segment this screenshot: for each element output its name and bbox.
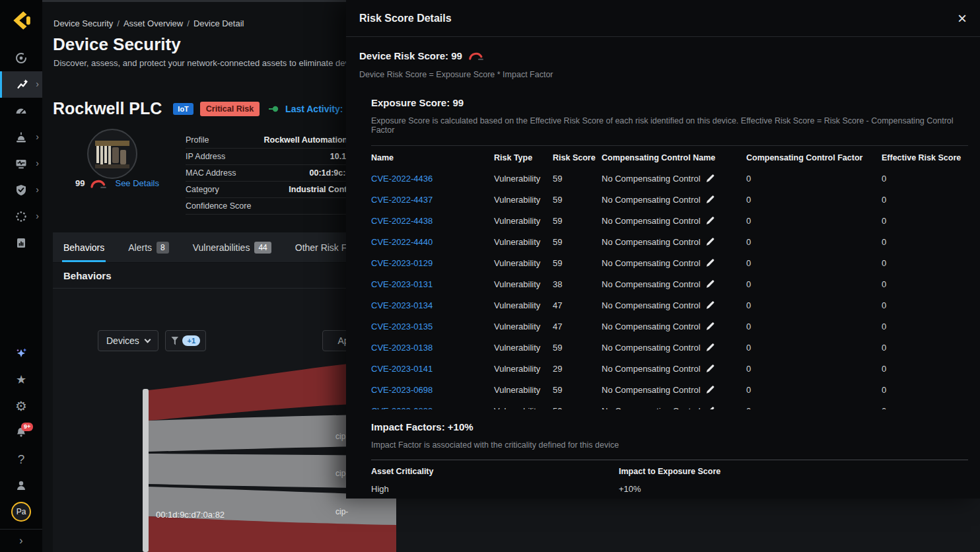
filter-button[interactable]: +1 xyxy=(165,330,206,351)
field-label: MAC Address xyxy=(186,168,236,178)
cve-link[interactable]: CVE-2022-4436 xyxy=(371,174,494,184)
sidebar-item-user[interactable] xyxy=(0,472,42,499)
control-name: No Compensating Control xyxy=(602,216,701,226)
breadcrumb-item[interactable]: Device Security xyxy=(53,18,113,28)
sidebar-item-radar[interactable] xyxy=(0,45,42,71)
cve-link[interactable]: CVE-2023-0134 xyxy=(371,300,494,310)
column-header: Compensating Control Name xyxy=(602,153,746,162)
column-header: Name xyxy=(371,153,494,162)
compensating-control-cell: No Compensating Control xyxy=(602,216,746,226)
sidebar-bottom: ★ ⚙ 9+ ? Pa › xyxy=(0,340,42,552)
devices-dropdown[interactable]: Devices xyxy=(98,330,158,351)
cve-link[interactable]: CVE-2022-4437 xyxy=(371,195,494,205)
sidebar-item-integrations[interactable]: › xyxy=(0,203,42,230)
sidebar-item-help[interactable]: ? xyxy=(0,446,42,472)
compensating-control-cell: No Compensating Control xyxy=(602,279,746,289)
sankey-node[interactable] xyxy=(143,389,149,552)
effective-score-cell: 0 xyxy=(882,195,968,205)
sidebar-nav: › › › › › xyxy=(0,45,42,256)
sidebar-item-compliance[interactable]: › xyxy=(0,177,42,203)
edit-icon[interactable] xyxy=(707,217,715,224)
sidebar-item-favorites[interactable]: ★ xyxy=(0,366,42,393)
edit-icon[interactable] xyxy=(707,259,715,267)
see-details-link[interactable]: See Details xyxy=(115,178,158,188)
cve-link[interactable]: CVE-2023-0833 xyxy=(371,406,494,410)
table-row: CVE-2023-0138 Vulnerability 59 No Compen… xyxy=(371,337,968,358)
compensating-control-cell: No Compensating Control xyxy=(602,237,746,247)
effective-score-cell: 0 xyxy=(882,406,968,410)
edit-icon[interactable] xyxy=(707,280,715,288)
device-security-icon xyxy=(16,78,29,91)
radar-icon xyxy=(15,52,28,65)
effective-score-cell: 0 xyxy=(882,279,968,289)
cve-link[interactable]: CVE-2023-0129 xyxy=(371,258,494,268)
cve-link[interactable]: CVE-2022-4440 xyxy=(371,237,494,247)
compensating-control-cell: No Compensating Control xyxy=(602,322,746,331)
behaviors-sankey-chart: cip cip- cip- 00:1d:9c:d7:0a:82 xyxy=(53,353,396,552)
gear-icon: ⚙ xyxy=(15,399,27,413)
edit-icon[interactable] xyxy=(707,343,715,351)
control-factor-cell: 0 xyxy=(746,385,882,395)
compensating-control-cell: No Compensating Control xyxy=(602,195,746,205)
control-factor-cell: 0 xyxy=(746,216,882,226)
cve-link[interactable]: CVE-2023-0698 xyxy=(371,385,494,395)
last-activity-link[interactable]: Last Activity: xyxy=(285,104,343,114)
person-icon xyxy=(15,479,28,492)
sidebar-item-settings[interactable]: ⚙ xyxy=(0,393,42,419)
control-factor-cell: 0 xyxy=(746,195,882,205)
page-title: Device Security xyxy=(53,34,181,55)
field-row: Profile Rockwell Automation P xyxy=(186,132,355,149)
field-row: Category Industrial Contro xyxy=(186,182,355,198)
table-row: CVE-2023-0135 Vulnerability 47 No Compen… xyxy=(371,316,968,337)
risk-type-cell: Vulnerability xyxy=(494,406,553,410)
sidebar-item-alerts[interactable]: › xyxy=(0,124,42,151)
edit-icon[interactable] xyxy=(707,407,715,409)
compensating-control-cell: No Compensating Control xyxy=(602,406,746,410)
control-factor-cell: 0 xyxy=(746,300,882,310)
close-icon[interactable]: × xyxy=(958,11,967,26)
edit-icon[interactable] xyxy=(707,301,715,309)
cve-link[interactable]: CVE-2023-0135 xyxy=(371,322,494,331)
impact-factors-heading: Impact Factors: +10% xyxy=(371,421,968,432)
exposure-score-description: Exposure Score is calculated based on th… xyxy=(371,116,968,135)
edit-icon[interactable] xyxy=(707,174,715,182)
sidebar-item-account[interactable]: Pa xyxy=(0,499,42,525)
sidebar-item-ai-assistant[interactable] xyxy=(0,340,42,366)
tab-behaviors[interactable]: Behaviors xyxy=(63,232,104,262)
cve-link[interactable]: CVE-2023-0141 xyxy=(371,364,494,374)
column-header: Effective Risk Score xyxy=(882,153,969,162)
exposure-score-heading: Exposure Score: 99 xyxy=(371,97,968,108)
edit-icon[interactable] xyxy=(707,238,715,246)
tab-alerts[interactable]: Alerts8 xyxy=(128,232,168,262)
table-row: CVE-2022-4436 Vulnerability 59 No Compen… xyxy=(371,168,968,189)
tab-vulnerabilities[interactable]: Vulnerabilities44 xyxy=(193,232,271,262)
brand-logo-icon[interactable] xyxy=(10,9,32,32)
risk-score-details-panel: Risk Score Details × Device Risk Score: … xyxy=(346,0,980,499)
device-risk-score-text: Device Risk Score: 99 xyxy=(359,50,462,61)
sidebar-item-monitoring[interactable]: › xyxy=(0,151,42,177)
sidebar-item-notifications[interactable]: 9+ xyxy=(0,419,42,446)
shield-check-icon xyxy=(15,184,28,197)
risk-type-cell: Vulnerability xyxy=(494,195,553,205)
sidebar-item-gauge[interactable] xyxy=(0,98,42,124)
column-header: Risk Type xyxy=(494,153,553,162)
sidebar-item-device-security[interactable]: › xyxy=(0,71,42,98)
edit-icon[interactable] xyxy=(707,322,715,330)
exposure-table-body[interactable]: CVE-2022-4436 Vulnerability 59 No Compen… xyxy=(371,168,968,409)
panel-body: Device Risk Score: 99 Device Risk Score … xyxy=(346,37,980,502)
risk-score-cell: 59 xyxy=(553,237,602,247)
risk-type-cell: Vulnerability xyxy=(494,237,553,247)
sidebar-expand-button[interactable]: › xyxy=(0,530,42,552)
cve-link[interactable]: CVE-2022-4438 xyxy=(371,216,494,226)
effective-score-cell: 0 xyxy=(882,174,968,184)
cve-link[interactable]: CVE-2023-0138 xyxy=(371,343,494,353)
sidebar-item-reports[interactable] xyxy=(0,230,42,256)
breadcrumb-item[interactable]: Asset Overview xyxy=(123,18,183,28)
risk-score-cell: 59 xyxy=(553,216,602,226)
edit-icon[interactable] xyxy=(707,386,715,394)
edit-icon[interactable] xyxy=(707,195,715,203)
table-row: CVE-2022-4440 Vulnerability 59 No Compen… xyxy=(371,231,968,252)
control-name: No Compensating Control xyxy=(602,385,701,395)
cve-link[interactable]: CVE-2023-0131 xyxy=(371,279,494,289)
edit-icon[interactable] xyxy=(707,364,715,372)
